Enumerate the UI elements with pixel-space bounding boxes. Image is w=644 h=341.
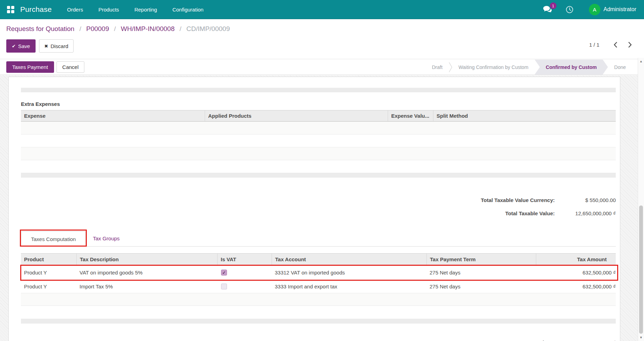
column-split-method[interactable]: Split Method <box>433 110 616 121</box>
step-waiting-confirmation[interactable]: Waiting Confirmation by Custom <box>452 64 535 70</box>
activities-button[interactable] <box>566 6 574 14</box>
step-confirmed-by-custom[interactable]: Confirmed by Custom <box>535 60 608 75</box>
lower-totals: Total Taxes: 1,265,000,000 ₫ <box>21 337 616 341</box>
table-footer-band <box>21 319 616 324</box>
form-view-background: Extra Expenses Expense Applied Products … <box>0 75 638 341</box>
total-taxable-value-currency-label: Total Taxable Value Currency: <box>481 197 555 203</box>
form-sheet: Extra Expenses Expense Applied Products … <box>8 77 620 341</box>
column-product[interactable]: Product <box>21 254 76 265</box>
breadcrumb: Requests for Quotation / P00009 / WH/IMP… <box>6 25 230 33</box>
scrollbar-thumb[interactable] <box>639 206 643 334</box>
empty-table-row <box>21 147 616 160</box>
scroll-down-icon[interactable]: ▼ <box>638 335 644 340</box>
main-menu: Orders Products Reporting Configuration <box>66 5 204 14</box>
menu-products[interactable]: Products <box>98 5 120 14</box>
step-done[interactable]: Done <box>608 64 632 70</box>
empty-table-row <box>21 160 616 173</box>
step-separator-icon <box>449 62 452 72</box>
empty-table-row <box>21 306 616 319</box>
column-expense[interactable]: Expense <box>21 110 205 121</box>
empty-table-row <box>21 293 616 306</box>
notebook-tabs: Taxes Computation Tax Groups <box>21 229 616 247</box>
discard-button[interactable]: ✖ Discard <box>39 39 74 53</box>
column-is-vat[interactable]: Is VAT <box>217 254 272 265</box>
status-steps: Draft Waiting Confirmation by Custom Con… <box>426 60 632 75</box>
column-applied-products[interactable]: Applied Products <box>205 110 388 121</box>
cancel-button[interactable]: Cancel <box>56 61 85 73</box>
tab-tax-groups[interactable]: Tax Groups <box>93 235 120 241</box>
breadcrumb-receipt[interactable]: WH/IMP-IN/00008 <box>121 25 175 32</box>
control-panel: Requests for Quotation / P00009 / WH/IMP… <box>0 19 644 59</box>
breadcrumb-p00009[interactable]: P00009 <box>86 25 109 32</box>
total-taxable-value-value: 12,650,000,000 ₫ <box>555 210 616 216</box>
breadcrumb-rfq[interactable]: Requests for Quotation <box>6 25 74 32</box>
vertical-scrollbar[interactable]: ▲ ▼ <box>638 58 644 341</box>
taxes-payment-button[interactable]: Taxes Payment <box>6 61 54 73</box>
column-tax-account[interactable]: Tax Account <box>272 254 426 265</box>
empty-table-row <box>21 134 616 147</box>
pager-previous-icon[interactable] <box>613 41 618 49</box>
statusbar: Taxes Payment Cancel Draft Waiting Confi… <box>0 60 644 75</box>
pager-next-icon[interactable] <box>627 41 633 49</box>
table-footer-band <box>21 173 616 178</box>
breadcrumb-current: CD/IMP/00009 <box>187 25 230 32</box>
tax-row-import-tax[interactable]: Product Y Import Tax 5% ✓ 3333 Import an… <box>21 280 616 293</box>
taxes-table-header: Product Tax Description Is VAT Tax Accou… <box>21 253 616 265</box>
extra-expenses-header: Expense Applied Products Expense Valu...… <box>21 110 616 122</box>
tab-taxes-computation[interactable]: Taxes Computation <box>21 231 86 247</box>
menu-orders[interactable]: Orders <box>66 5 84 14</box>
purchase-app-screen: Purchase Orders Products Reporting Confi… <box>0 0 644 341</box>
empty-table-row <box>21 122 616 134</box>
top-navbar: Purchase Orders Products Reporting Confi… <box>0 0 644 19</box>
messages-button[interactable]: 1 <box>543 6 552 13</box>
navbar-right: 1 A Administrator <box>543 4 636 15</box>
is-vat-checkbox[interactable]: ✓ <box>221 284 227 289</box>
total-taxes-value: 1,265,000,000 ₫ <box>562 340 616 341</box>
scroll-up-icon[interactable]: ▲ <box>638 59 644 64</box>
clipped-section-band <box>21 88 616 92</box>
apps-grid-icon[interactable] <box>7 6 14 13</box>
total-taxable-value-label: Total Taxable Value: <box>505 210 555 216</box>
avatar[interactable]: A <box>589 4 600 15</box>
menu-reporting[interactable]: Reporting <box>134 5 158 14</box>
is-vat-checkbox[interactable]: ✓ <box>221 270 227 276</box>
column-tax-amount[interactable]: Tax Amount <box>536 254 616 265</box>
extra-expenses-title: Extra Expenses <box>21 101 616 107</box>
clock-icon <box>566 6 574 14</box>
column-expense-value[interactable]: Expense Valu... <box>388 110 433 121</box>
save-button[interactable]: ✔ Save <box>6 39 36 53</box>
pager: 1 / 1 <box>589 41 633 49</box>
app-name[interactable]: Purchase <box>20 5 52 14</box>
user-menu[interactable]: Administrator <box>604 6 636 13</box>
upper-totals: Total Taxable Value Currency: $ 550,000.… <box>21 195 616 218</box>
messages-count-badge: 1 <box>550 2 556 9</box>
total-taxes-label: Total Taxes: <box>532 340 562 341</box>
pager-value: 1 / 1 <box>589 42 599 48</box>
menu-configuration[interactable]: Configuration <box>172 5 204 14</box>
column-tax-payment-term[interactable]: Tax Payment Term <box>426 254 536 265</box>
taxes-computation-table: Product Tax Description Is VAT Tax Accou… <box>21 253 616 324</box>
x-icon: ✖ <box>44 44 48 49</box>
check-icon: ✔ <box>12 44 16 49</box>
extra-expenses-table: Expense Applied Products Expense Valu...… <box>21 110 616 178</box>
step-draft[interactable]: Draft <box>426 64 449 70</box>
tax-row-vat-imported-goods[interactable]: Product Y VAT on imported goods 5% ✓ 333… <box>21 265 616 280</box>
total-taxable-value-currency-value: $ 550,000.00 <box>555 197 616 203</box>
column-tax-description[interactable]: Tax Description <box>76 254 217 265</box>
